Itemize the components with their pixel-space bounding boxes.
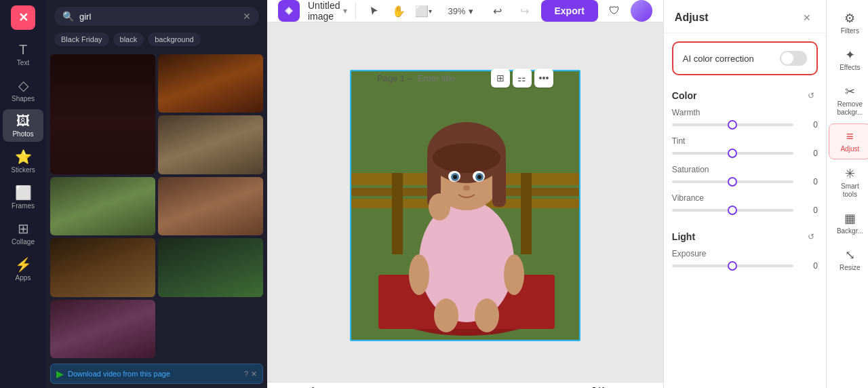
effects-tool[interactable]: ✦ Effects [829,42,868,77]
app-logo[interactable]: ✕ [11,5,35,30]
svg-point-10 [504,254,524,295]
expand-pages-button[interactable]: ⊞ [636,383,655,389]
photos-icon: 🖼 [16,113,30,129]
sidebar-item-collage[interactable]: ⊞ Collage [3,216,43,250]
hand-tool-button[interactable]: ✋ [388,0,410,22]
undo-button[interactable]: ↩ [487,0,509,22]
sidebar-item-apps[interactable]: ⚡ Apps [3,252,43,286]
filters-tool[interactable]: ⚙ Filters [829,5,868,41]
svg-point-22 [453,175,457,179]
exposure-value: 0 [799,261,818,271]
tint-thumb[interactable] [728,149,737,158]
light-section-title: Light [672,231,695,242]
vibrance-thumb[interactable] [728,206,737,215]
page-title-bar: Page 1 – ⊞ ⚏ ••• [377,69,553,88]
sidebar-item-photos[interactable]: 🖼 Photos [3,109,43,142]
warmth-thumb[interactable] [728,120,737,130]
delete-page-button[interactable]: 🗑 [302,381,324,389]
redo-button[interactable]: ↪ [514,0,536,22]
light-section-header: Light ↺ [672,222,818,249]
tag-black[interactable]: black [113,33,144,46]
reset-light-button[interactable]: ↺ [804,230,818,244]
vibrance-track[interactable] [672,209,793,212]
smart-tools-tool[interactable]: ✳ Smart tools [829,161,868,204]
warmth-value: 0 [799,120,818,130]
add-page-button[interactable]: ⊞ Add page [433,383,498,388]
page-grid-button[interactable]: ⚏ [513,69,532,88]
tint-track[interactable] [672,152,793,155]
search-input[interactable] [79,12,237,22]
list-item[interactable] [50,54,155,174]
warmth-track[interactable] [672,123,793,126]
shapes-icon: ◇ [18,77,28,94]
file-title[interactable]: Untitled image ▾ [308,0,347,22]
resize-tool[interactable]: ⤡ Resize [829,242,868,277]
list-item[interactable] [50,300,155,358]
filters-label: Filters [841,27,859,35]
sidebar-item-text[interactable]: T Text [3,38,43,71]
right-panels: Adjust ✕ AI color correction Color ↺ War… [663,0,868,388]
saturation-value: 0 [799,177,818,187]
tag-black-friday[interactable]: Black Friday [54,33,109,46]
export-button[interactable]: Export [541,0,598,22]
page-title-input[interactable] [418,73,486,83]
warmth-control: 0 [672,120,818,130]
slider-saturation: Saturation 0 [672,165,818,187]
ai-color-toggle[interactable] [780,51,807,66]
shield-icon[interactable]: 🛡 [604,0,625,22]
more-options-button[interactable]: ••• [534,69,553,88]
download-bar-close[interactable]: ✕ [251,370,257,379]
sidebar-item-stickers[interactable]: ⭐ Stickers [3,144,43,178]
remove-bg-icon: ✂ [845,84,855,99]
download-bar[interactable]: ▶ Download video from this page ? ✕ [50,364,263,384]
avatar[interactable] [631,0,652,22]
list-item[interactable] [158,54,263,113]
list-item[interactable] [50,238,155,296]
saturation-thumb[interactable] [728,177,737,187]
canvas-options-button[interactable]: ⬜ ▾ [412,0,434,22]
background-tool[interactable]: ▦ Backgr... [829,206,868,241]
list-item[interactable] [158,238,263,296]
close-adjust-button[interactable]: ✕ [799,9,815,26]
saturation-track[interactable] [672,180,793,183]
color-section-title: Color [672,90,697,101]
tint-label: Tint [672,136,818,146]
collage-icon: ⊞ [18,220,29,237]
download-bar-help[interactable]: ? [244,370,248,379]
remove-background-tool[interactable]: ✂ Remove backgr... [829,79,868,122]
color-section-header: Color ↺ [672,81,818,108]
prev-page-button[interactable]: ‹ [567,383,586,389]
sidebar-item-frames[interactable]: ⬜ Frames [3,180,43,214]
list-item[interactable] [50,177,155,235]
canvas-frame[interactable] [350,70,580,341]
svg-point-24 [463,185,470,191]
sidebar-item-label: Photos [12,130,33,138]
exposure-thumb[interactable] [728,261,737,271]
sidebar-item-shapes[interactable]: ◇ Shapes [3,73,43,106]
ai-color-section: AI color correction [672,41,818,75]
svg-point-17 [433,143,500,173]
zoom-control[interactable]: 39% ▾ [442,3,478,19]
list-item[interactable] [158,115,263,174]
next-page-button[interactable]: › [612,383,631,389]
grid-view-button[interactable]: ⊞ [491,69,510,88]
reset-color-button[interactable]: ↺ [804,89,818,102]
top-toolbar: Untitled image ▾ ✋ ⬜ ▾ 39% ▾ ↩ ↪ Export … [267,0,663,22]
background-icon: ▦ [844,211,856,226]
toolbar-right: ↩ ↪ Export 🛡 [487,0,652,22]
vibrance-value: 0 [799,206,818,215]
select-tool-button[interactable] [363,0,385,22]
page-tools: ⊞ ⚏ ••• [491,69,553,88]
tint-value: 0 [799,149,818,158]
download-bar-controls: ? ✕ [244,370,257,379]
clear-icon[interactable]: ✕ [243,11,251,22]
exposure-track[interactable] [672,265,793,267]
effects-label: Effects [840,64,860,72]
far-right-sidebar: ⚙ Filters ✦ Effects ✂ Remove backgr... ≡… [826,0,868,388]
list-item[interactable] [158,177,263,235]
tag-background[interactable]: background [148,33,201,46]
svg-point-23 [477,175,481,179]
duplicate-page-button[interactable]: ⊕ [275,381,297,389]
adjust-label: Adjust [840,145,859,153]
adjust-tool[interactable]: ≡ Adjust [829,123,868,159]
